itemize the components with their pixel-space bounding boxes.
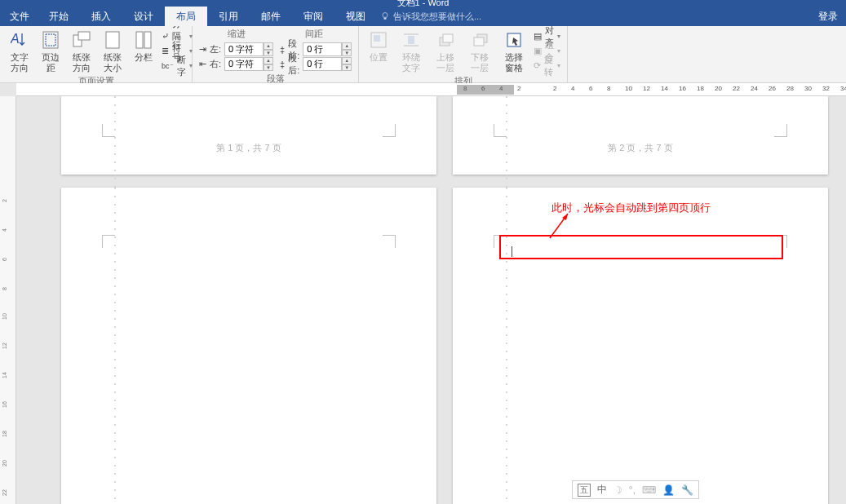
group-paragraph: 缩进 间距 ⇥ 左: ▲▼ ⇤ 右: ▲▼ (193, 26, 359, 82)
bring-forward-icon (434, 29, 457, 51)
bulb-icon (380, 11, 390, 21)
svg-rect-4 (46, 34, 55, 46)
tab-file[interactable]: 文件 (2, 7, 38, 26)
title-bar: 文档1 - Word (0, 0, 846, 7)
page-1-footer: 第 1 页，共 7 页 (216, 142, 281, 154)
btn-size[interactable]: 纸张大小 (98, 28, 127, 75)
selection-pane-icon (503, 29, 525, 51)
indent-right-icon: ⇤ (199, 59, 206, 69)
position-icon (367, 29, 390, 51)
spacing-after-spin[interactable]: ▲▼ (342, 57, 352, 71)
svg-rect-16 (443, 34, 453, 42)
tab-layout[interactable]: 布局 (165, 7, 207, 26)
indent-right-row: ⇤ 右: ▲▼ (199, 57, 273, 71)
tab-view[interactable]: 视图 (334, 7, 377, 26)
moon-icon[interactable]: ☽ (613, 484, 622, 496)
page-3[interactable] (61, 188, 436, 504)
annotation-box (499, 235, 783, 259)
menu-bar: 文件 开始 插入 设计 布局 引用 邮件 审阅 视图 告诉我您想要做什么... … (0, 7, 846, 26)
person-icon[interactable]: 👤 (662, 484, 675, 496)
page-1[interactable]: 第 1 页，共 7 页 (61, 96, 436, 175)
text-direction-icon: A (8, 29, 31, 51)
btn-text-direction[interactable]: A 文字方向 (5, 28, 34, 75)
group-icon: ▣ (534, 46, 542, 56)
svg-marker-21 (562, 214, 568, 220)
tell-me[interactable]: 告诉我您想要做什么... (380, 11, 481, 23)
btn-send-backward: 下移一层 (463, 28, 496, 75)
corner-icon (102, 235, 115, 248)
tab-home[interactable]: 开始 (38, 7, 80, 26)
tab-design[interactable]: 设计 (122, 7, 165, 26)
breaks-icon: ⤶ (162, 31, 169, 42)
rotate-icon: ⟳ (534, 60, 541, 71)
tab-insert[interactable]: 插入 (80, 7, 122, 26)
annotation-arrow-icon (547, 212, 571, 241)
hyphenation-icon: bc⁻ (162, 62, 174, 70)
svg-rect-6 (78, 32, 90, 40)
indent-left-icon: ⇥ (199, 44, 206, 55)
btn-position: 位置 (364, 28, 393, 64)
wrap-text-icon (400, 29, 423, 51)
indent-left-input[interactable] (224, 42, 264, 56)
group-arrange: 位置 环绕文字 上移一层 下移一层 选择窗格 ▤对齐▾ ▣组合▾ ⟳旋转▾ (359, 26, 568, 82)
spacing-after-input[interactable] (303, 57, 342, 71)
columns-icon (132, 29, 155, 51)
ruler-numbers: 8642246810121416182022242628303234363842… (463, 85, 846, 92)
corner-icon (383, 235, 396, 248)
size-icon (101, 29, 124, 51)
svg-rect-9 (144, 32, 151, 48)
indent-right-input[interactable] (224, 57, 264, 71)
tab-mailings[interactable]: 邮件 (250, 7, 292, 26)
btn-bring-forward: 上移一层 (429, 28, 462, 75)
btn-columns[interactable]: 分栏 (129, 28, 158, 64)
spacing-before-icon: ‡ (280, 45, 285, 55)
corner-icon (102, 124, 115, 137)
tell-me-text: 告诉我您想要做什么... (393, 11, 481, 23)
indent-header: 缩进 (197, 28, 276, 40)
page-2[interactable]: 第 2 页，共 7 页 (453, 96, 828, 175)
btn-wrap-text: 环绕文字 (395, 28, 427, 75)
horizontal-ruler[interactable]: 8642246810121416182022242628303234363842… (16, 83, 846, 96)
svg-text:A: A (11, 32, 20, 46)
svg-rect-7 (106, 32, 119, 48)
document-workspace[interactable]: 第 1 页，共 7 页 第 2 页，共 7 页 此时，光标会自动跳到第四页顶行 … (16, 96, 846, 504)
btn-hyphenation[interactable]: bc⁻断字▾ (162, 59, 193, 73)
btn-rotate: ⟳旋转▾ (534, 59, 560, 73)
login-link[interactable]: 登录 (818, 10, 838, 24)
margins-icon (39, 29, 62, 51)
svg-rect-8 (136, 32, 143, 48)
ime-indicator-icon: 五 (578, 484, 591, 497)
page-2-footer: 第 2 页，共 7 页 (608, 142, 672, 154)
indent-left-spin[interactable]: ▲▼ (264, 42, 273, 56)
annotation-text: 此时，光标会自动跳到第四页顶行 (551, 201, 711, 215)
btn-margins[interactable]: 页边距 (36, 28, 65, 75)
spacing-after-row: ‡ 段后: ▲▼ (280, 57, 352, 71)
ime-cn[interactable]: 中 (597, 483, 607, 497)
svg-rect-18 (474, 38, 484, 46)
svg-rect-1 (384, 18, 387, 20)
spacing-before-input[interactable] (303, 42, 342, 56)
svg-rect-11 (374, 35, 380, 42)
svg-rect-12 (408, 36, 414, 44)
ribbon: A 文字方向 页边距 纸张方向 纸张大小 分栏 ⤶分隔符▾ ≣行号▾ (0, 26, 846, 83)
indent-left-row: ⇥ 左: ▲▼ (199, 42, 273, 56)
tab-review[interactable]: 审阅 (292, 7, 334, 26)
page-breaks-col: ⤶分隔符▾ ≣行号▾ bc⁻断字▾ (160, 28, 194, 74)
tab-references[interactable]: 引用 (207, 7, 250, 26)
ime-status-bar[interactable]: 五 中 ☽ °, ⌨ 👤 🔧 (572, 480, 699, 499)
punct-icon[interactable]: °, (629, 484, 636, 496)
corner-icon (774, 124, 787, 137)
vertical-ruler[interactable]: 24681012141618202224 (0, 96, 16, 504)
corner-icon (494, 124, 507, 137)
spacing-before-spin[interactable]: ▲▼ (342, 42, 352, 56)
btn-orientation[interactable]: 纸张方向 (67, 28, 96, 75)
orientation-icon (70, 29, 93, 51)
align-icon: ▤ (534, 31, 542, 42)
btn-selection-pane[interactable]: 选择窗格 (498, 28, 530, 75)
settings-icon[interactable]: 🔧 (681, 484, 693, 496)
spacing-header: 间距 (276, 28, 354, 40)
corner-icon (383, 124, 396, 137)
indent-right-spin[interactable]: ▲▼ (264, 57, 273, 71)
line-numbers-icon: ≣ (162, 46, 169, 56)
keyboard-icon[interactable]: ⌨ (642, 484, 656, 496)
